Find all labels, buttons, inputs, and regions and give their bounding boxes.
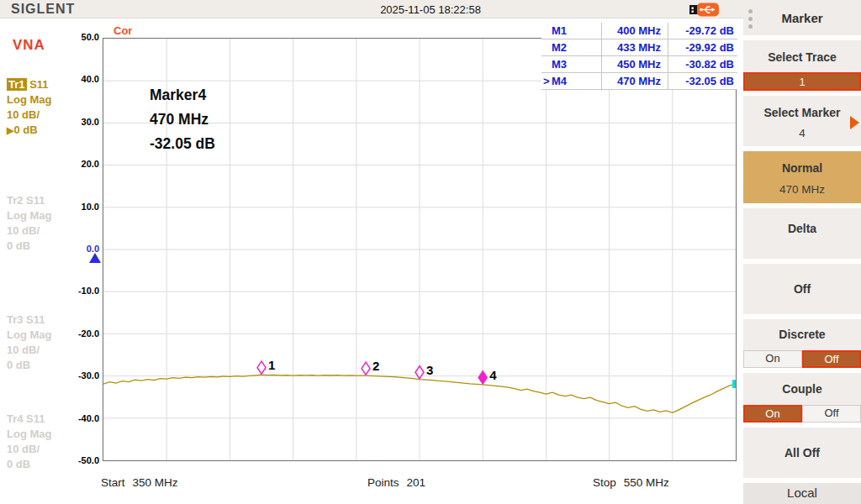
marker-value: -29.92 dB [668,39,737,55]
active-marker-freq: 470 MHz [150,108,215,132]
trace1-settings[interactable]: Tr1 S11 Log Mag 10 dB/ ▶0 dB [7,77,51,138]
trace3-format: Log Mag [7,328,51,343]
marker-name: M4 [541,73,602,89]
svg-text:3: 3 [426,363,433,377]
top-status-bar: SIGLENT 2025-11-05 18:22:58 [0,0,861,18]
vna-screen: SIGLENT 2025-11-05 18:22:58 VNA Tr1 S11 … [0,0,861,504]
clock-label: 2025-11-05 18:22:58 [0,3,861,16]
marker-table-row: M1 400 MHz -29.72 dB [541,23,737,39]
trace3-ref: 0 dB [7,358,51,373]
select-trace-label: Select Trace [743,50,861,64]
discrete-off-option[interactable]: Off [802,350,861,368]
active-row-indicator: > [543,73,550,89]
trace4-scale: 10 dB/ [7,442,51,457]
chart-marker-2 [362,362,370,375]
trace1-param: S11 [29,78,48,91]
marker-table-row: M3 450 MHz -30.82 dB [541,56,737,73]
select-marker-button[interactable]: Select Marker 4 [743,96,861,146]
correction-status: Cor [114,24,132,37]
stop-label: Stop [593,476,616,489]
marker-value: -29.72 dB [668,23,737,39]
active-marker-value: -32.05 dB [150,132,215,156]
usb-device-icon [689,3,720,20]
sweep-stop: Stop550 MHz [593,476,669,489]
trace4-settings[interactable]: Tr4 S11 Log Mag 10 dB/ 0 dB [7,412,51,472]
marker-freq: 433 MHz [602,39,668,55]
svg-text:1: 1 [268,358,275,372]
marker-value: -30.82 dB [668,56,737,72]
menu-title: Marker [743,0,861,35]
stop-value: 550 MHz [624,476,669,489]
marker-table: M1 400 MHz -29.72 dB M2 433 MHz -29.92 d… [541,23,737,90]
points-value: 201 [407,476,426,489]
delta-label: Delta [743,222,861,235]
submenu-arrow-icon [850,116,859,129]
normal-freq-value: 470 MHz [743,183,861,196]
chart-marker-3 [415,366,424,379]
y-tick-label: 40.0 [62,74,99,84]
trace1-format: Log Mag [7,92,51,108]
active-marker-title: Marker4 [150,83,215,108]
local-button[interactable]: Local [743,483,861,504]
y-tick-label: 50.0 [62,32,99,42]
normal-label: Normal [743,161,861,175]
trace3-scale: 10 dB/ [7,343,51,358]
marker-freq: 450 MHz [602,56,668,72]
y-tick-label: -50.0 [62,455,99,465]
marker-freq: 470 MHz [602,73,668,89]
y-tick-label: 20.0 [62,159,99,169]
discrete-label: Discrete [743,328,861,341]
marker-name: M3 [541,56,602,72]
trace4-id: Tr4 S11 [7,412,51,427]
local-label: Local [743,486,861,500]
trace3-settings[interactable]: Tr3 S11 Log Mag 10 dB/ 0 dB [7,312,51,373]
marker-name: M1 [541,23,602,39]
marker-delta-button[interactable]: Delta [743,208,861,259]
marker-name: M2 [541,39,602,55]
chart-marker-1 [257,361,266,374]
marker-normal-button[interactable]: Normal 470 MHz [743,151,861,203]
y-tick-label: -10.0 [62,286,99,296]
all-off-label: All Off [743,446,861,459]
reference-level-marker-icon [89,253,101,263]
couple-button[interactable]: Couple On Off [743,373,861,423]
y-tick-label: -20.0 [62,328,99,339]
sweep-start: Start350 MHz [101,476,178,489]
start-label: Start [101,476,125,489]
trace4-format: Log Mag [7,427,51,442]
marker-value: -32.05 dB [668,73,737,89]
trace2-scale: 10 dB/ [7,223,51,239]
couple-label: Couple [743,382,861,396]
marker-freq: 400 MHz [602,23,668,39]
y-tick-label: -40.0 [62,413,99,423]
marker-menu: Marker Select Trace 1 Select Marker 4 No… [743,0,861,504]
marker-table-row: M2 433 MHz -29.92 dB [541,39,737,56]
sweep-points: Points201 [367,476,425,489]
trace2-format: Log Mag [7,208,51,223]
select-marker-label: Select Marker [743,106,861,119]
trace1-scale: 10 dB/ [7,108,51,123]
y-tick-label: -30.0 [62,370,99,381]
discrete-button[interactable]: Discrete On Off [743,319,861,368]
couple-on-option[interactable]: On [743,405,802,423]
y-tick-label: 10.0 [62,202,99,212]
trace2-id: Tr2 S11 [7,193,51,208]
y-tick-label: 30.0 [62,117,99,127]
start-value: 350 MHz [133,476,178,489]
marker-table-row: > M4 470 MHz -32.05 dB [541,73,737,90]
marker-off-button[interactable]: Off [743,264,861,314]
trace1-badge: Tr1 [7,78,27,91]
active-marker-readout: Marker4 470 MHz -32.05 dB [150,83,215,156]
select-trace-button[interactable]: Select Trace 1 [743,40,861,92]
svg-text:2: 2 [372,359,379,373]
menu-header[interactable]: Marker [743,0,861,35]
trace4-ref: 0 dB [7,457,51,472]
couple-off-option[interactable]: Off [802,405,861,423]
svg-text:4: 4 [489,368,497,382]
off-label: Off [743,282,861,296]
discrete-on-option[interactable]: On [743,350,802,368]
points-label: Points [367,476,399,489]
select-trace-value: 1 [743,72,861,91]
all-off-button[interactable]: All Off [743,428,861,478]
trace2-settings[interactable]: Tr2 S11 Log Mag 10 dB/ 0 dB [7,193,51,254]
